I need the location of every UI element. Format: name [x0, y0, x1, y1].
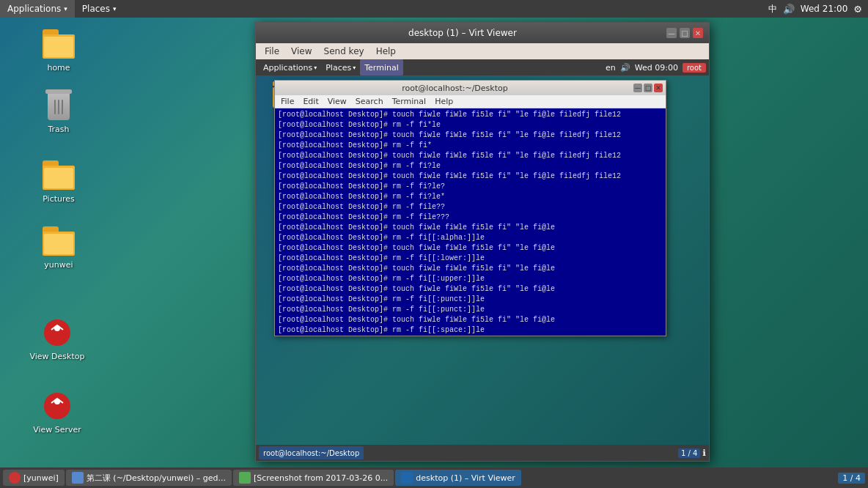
- vm-taskbar-terminal[interactable]: root@localhost:~/Desktop: [259, 446, 364, 459]
- vm-terminal-label: Terminal: [364, 63, 399, 73]
- yunwei-taskbar-icon: [9, 472, 21, 484]
- virt-menu-view[interactable]: View: [285, 45, 317, 58]
- vm-term-menu-search[interactable]: Search: [351, 96, 388, 107]
- vm-close-btn[interactable]: ✕: [654, 84, 663, 92]
- close-button[interactable]: ✕: [693, 28, 703, 38]
- taskbar-screenshot[interactable]: [Screenshot from 2017-03-26 0...: [233, 470, 394, 486]
- places-menu[interactable]: Places ▾: [75, 0, 124, 18]
- terminal-line: [root@localhost Desktop]# touch fiwle fi…: [278, 151, 663, 161]
- virt-menubar: File View Send key Help: [256, 43, 709, 59]
- terminal-line: [root@localhost Desktop]# touch fiwle fi…: [278, 243, 663, 254]
- vm-term-menu-help[interactable]: Help: [430, 96, 457, 107]
- minimize-button[interactable]: —: [666, 28, 677, 38]
- terminal-line: [root@localhost Desktop]# touch fiwle fi…: [278, 223, 663, 233]
- vm-terminal-menubar: File Edit View Search Terminal Help: [275, 95, 666, 108]
- top-panel-right: 中 🔊 Wed 21:00 ⚙: [768, 3, 868, 15]
- pictures-folder-icon: [41, 158, 76, 193]
- vm-places-label: Places: [326, 63, 351, 73]
- vm-pager: 1 / 4 ℹ: [678, 448, 706, 458]
- lang-indicator[interactable]: 中: [768, 3, 777, 15]
- vm-terminal-window: root@localhost:~/Desktop — □ ✕ File Edit…: [274, 80, 666, 336]
- view-server-icon-label: View Server: [33, 425, 81, 435]
- vm-terminal-btn[interactable]: Terminal: [360, 59, 403, 75]
- taskbar-virt-label: desktop (1) – Virt Viewer: [416, 473, 515, 483]
- terminal-line: [root@localhost Desktop]# touch fiwle fi…: [278, 130, 663, 141]
- virt-menu-file[interactable]: File: [259, 45, 285, 58]
- vm-terminal-content[interactable]: [root@localhost Desktop]# touch fiwle fi…: [275, 108, 666, 336]
- terminal-line: [root@localhost Desktop]# rm -f fi[[:alp…: [278, 233, 663, 243]
- terminal-line: [root@localhost Desktop]# rm -f fi[[:spa…: [278, 325, 663, 336]
- virt-menu-sendkey[interactable]: Send key: [318, 45, 370, 58]
- virt-content: Applications ▾ Places ▾ Terminal en 🔊 We…: [256, 59, 709, 461]
- terminal-line: [root@localhost Desktop]# rm -f fi*: [278, 141, 663, 151]
- vm-term-menu-file[interactable]: File: [276, 96, 298, 107]
- terminal-line: [root@localhost Desktop]# touch fiwle fi…: [278, 171, 663, 182]
- terminal-line: [root@localhost Desktop]# touch fiwle fi…: [278, 315, 663, 325]
- home-folder-icon: [41, 26, 76, 62]
- terminal-line: [root@localhost Desktop]# rm -f fi[[:pun…: [278, 305, 663, 315]
- taskbar-pager-num: 1 / 4: [838, 473, 865, 484]
- view-desktop-icon-label: View Desktop: [30, 352, 85, 361]
- vm-top-panel: Applications ▾ Places ▾ Terminal en 🔊 We…: [256, 59, 709, 75]
- svg-point-3: [54, 399, 60, 404]
- virt-menu-help[interactable]: Help: [370, 45, 402, 58]
- taskbar-pager: 1 / 4: [838, 473, 865, 484]
- vm-maximize-btn[interactable]: □: [644, 84, 652, 92]
- desktop-icon-trash[interactable]: Trash: [29, 88, 88, 134]
- top-panel: Applications ▾ Places ▾ 中 🔊 Wed 21:00 ⚙: [0, 0, 868, 18]
- vm-taskbar-terminal-label: root@localhost:~/Desktop: [263, 449, 359, 457]
- yunwei-folder-icon: [41, 223, 76, 259]
- svg-point-0: [44, 319, 70, 346]
- svg-point-2: [44, 393, 70, 419]
- screenshot-taskbar-icon: [239, 472, 251, 484]
- vm-clock: Wed 09:00: [635, 63, 678, 73]
- desktop-icon-view-server[interactable]: View Server: [28, 388, 87, 435]
- system-icon[interactable]: ⚙: [853, 4, 862, 15]
- terminal-line: [root@localhost Desktop]# touch fiwle fi…: [278, 264, 663, 274]
- vm-terminal-titlebar: root@localhost:~/Desktop — □ ✕: [275, 81, 666, 95]
- vm-minimize-btn[interactable]: —: [633, 84, 642, 92]
- vm-terminal-title: root@localhost:~/Desktop: [278, 84, 632, 93]
- pictures-icon-label: Pictures: [43, 194, 75, 204]
- vm-applications-menu[interactable]: Applications ▾: [259, 59, 321, 75]
- terminal-line: [root@localhost Desktop]# touch fiwle fi…: [278, 284, 663, 295]
- terminal-line: [root@localhost Desktop]# rm -f fi[[:pun…: [278, 295, 663, 305]
- virt-viewer-window: desktop (1) – Virt Viewer — □ ✕ File Vie…: [255, 22, 710, 462]
- vm-panel-right: en 🔊 Wed 09:00 root: [606, 63, 706, 73]
- terminal-line: [root@localhost Desktop]# rm -f file??: [278, 202, 663, 212]
- top-panel-left: Applications ▾ Places ▾: [0, 0, 124, 18]
- trash-icon: [41, 88, 76, 123]
- clock: Wed 21:00: [801, 4, 848, 14]
- terminal-line: [root@localhost Desktop]# rm -f fi?le: [278, 161, 663, 171]
- vm-places-menu[interactable]: Places ▾: [321, 59, 360, 75]
- maximize-button[interactable]: □: [680, 28, 690, 38]
- vm-pager-icon[interactable]: ℹ: [702, 448, 706, 458]
- desktop-icon-view-desktop[interactable]: View Desktop: [28, 315, 87, 361]
- home-icon-label: home: [47, 63, 70, 73]
- taskbar-ged-label: 第二课 (~/Desktop/yunwei) – ged...: [87, 473, 226, 484]
- desktop: Applications ▾ Places ▾ 中 🔊 Wed 21:00 ⚙: [0, 0, 868, 488]
- vm-term-menu-terminal[interactable]: Terminal: [388, 96, 431, 107]
- places-arrow: ▾: [113, 5, 117, 12]
- applications-arrow: ▾: [64, 5, 67, 12]
- vm-pager-num: 1 / 4: [678, 448, 700, 458]
- vm-lang: en: [606, 63, 616, 73]
- view-server-icon: [40, 388, 75, 424]
- taskbar-yunwei[interactable]: [yunwei]: [3, 470, 65, 486]
- taskbar-ged[interactable]: 第二课 (~/Desktop/yunwei) – ged...: [66, 470, 232, 486]
- terminal-line: [root@localhost Desktop]# rm -f fi*le: [278, 120, 663, 130]
- trash-icon-label: Trash: [48, 125, 69, 134]
- desktop-icon-yunwei[interactable]: yunwei: [29, 223, 88, 270]
- terminal-line: [root@localhost Desktop]# touch fiwle fi…: [278, 110, 663, 120]
- ged-taskbar-icon: [72, 472, 84, 484]
- vm-term-menu-view[interactable]: View: [323, 96, 351, 107]
- desktop-icon-home[interactable]: home: [29, 26, 88, 73]
- applications-menu[interactable]: Applications ▾: [0, 0, 75, 18]
- taskbar-virt[interactable]: desktop (1) – Virt Viewer: [395, 470, 521, 486]
- volume-icon[interactable]: 🔊: [783, 4, 795, 15]
- svg-point-1: [54, 325, 60, 331]
- virt-window-title: desktop (1) – Virt Viewer: [262, 28, 663, 38]
- desktop-icon-pictures[interactable]: Pictures: [29, 158, 88, 204]
- vm-term-menu-edit[interactable]: Edit: [298, 96, 323, 107]
- terminal-line: [root@localhost Desktop]# rm -f fi[[:low…: [278, 254, 663, 264]
